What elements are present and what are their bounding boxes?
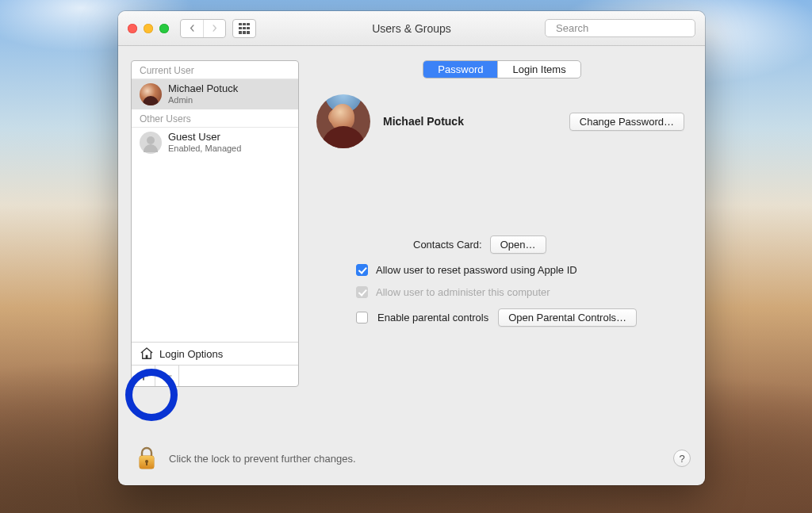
current-user-row[interactable]: Michael Potuck Admin (132, 79, 298, 109)
guest-user-status: Enabled, Managed (168, 144, 241, 154)
lock-help-text: Click the lock to prevent further change… (169, 453, 662, 465)
contacts-card-label: Contacts Card: (413, 239, 482, 251)
search-input[interactable] (556, 22, 689, 34)
allow-administer-label: Allow user to administer this computer (376, 286, 550, 298)
login-options-row[interactable]: Login Options (132, 342, 298, 365)
allow-reset-appleid-checkbox[interactable] (356, 264, 368, 276)
guest-user-row[interactable]: Guest User Enabled, Managed (132, 128, 298, 158)
enable-parental-label: Enable parental controls (377, 312, 488, 323)
open-parental-controls-button[interactable]: Open Parental Controls… (498, 308, 637, 327)
allow-reset-appleid-row[interactable]: Allow user to reset password using Apple… (356, 264, 684, 276)
parental-controls-row: Enable parental controls Open Parental C… (356, 308, 684, 327)
form-area: Contacts Card: Open… Allow user to reset… (312, 235, 692, 327)
titlebar: Users & Groups (118, 11, 705, 46)
allow-administer-checkbox (356, 286, 368, 298)
search-field-container[interactable] (545, 19, 695, 37)
open-contacts-button[interactable]: Open… (490, 235, 546, 254)
current-user-role: Admin (168, 95, 238, 105)
grid-icon (239, 23, 250, 34)
current-user-name: Michael Potuck (168, 83, 238, 95)
profile-name: Michael Potuck (383, 115, 464, 128)
profile-row: Michael Potuck Change Password… (312, 94, 692, 148)
guest-avatar-icon (140, 132, 162, 154)
window-controls (128, 24, 169, 33)
tabs: Password Login Items (423, 60, 580, 78)
lock-icon[interactable] (136, 446, 158, 471)
user-text: Guest User Enabled, Managed (168, 132, 241, 154)
nav-buttons (180, 19, 226, 38)
footer: Click the lock to prevent further change… (118, 438, 705, 485)
allow-reset-appleid-label: Allow user to reset password using Apple… (376, 264, 577, 276)
forward-button[interactable] (203, 20, 225, 37)
other-users-section-label: Other Users (132, 109, 298, 128)
avatar-icon (140, 83, 162, 105)
profile-avatar[interactable] (316, 94, 370, 148)
back-button[interactable] (181, 20, 203, 37)
help-button[interactable]: ? (673, 450, 691, 467)
guest-user-name: Guest User (168, 132, 241, 144)
close-window-button[interactable] (128, 24, 137, 33)
show-all-button[interactable] (232, 19, 256, 38)
tab-login-items[interactable]: Login Items (497, 61, 580, 78)
zoom-window-button[interactable] (159, 24, 169, 33)
login-options-label: Login Options (159, 348, 223, 360)
contacts-card-row: Contacts Card: Open… (356, 235, 684, 254)
enable-parental-checkbox[interactable] (356, 312, 368, 323)
add-remove-bar (132, 365, 298, 386)
preferences-window: Users & Groups Current User Michael Potu… (118, 11, 705, 485)
plus-icon (139, 371, 148, 381)
remove-user-button[interactable] (155, 366, 179, 386)
main-panel: Password Login Items Michael Potuck Chan… (312, 60, 692, 430)
users-sidebar: Current User Michael Potuck Admin Other … (131, 60, 299, 387)
tab-password[interactable]: Password (423, 61, 497, 78)
house-icon (140, 347, 154, 360)
add-user-button[interactable] (132, 366, 155, 386)
minus-icon (163, 371, 172, 381)
change-password-button[interactable]: Change Password… (569, 113, 684, 131)
svg-rect-6 (146, 461, 147, 465)
allow-administer-row: Allow user to administer this computer (356, 286, 684, 298)
current-user-section-label: Current User (132, 61, 298, 79)
svg-rect-2 (146, 355, 148, 358)
user-text: Michael Potuck Admin (168, 83, 238, 105)
minimize-window-button[interactable] (144, 24, 153, 33)
